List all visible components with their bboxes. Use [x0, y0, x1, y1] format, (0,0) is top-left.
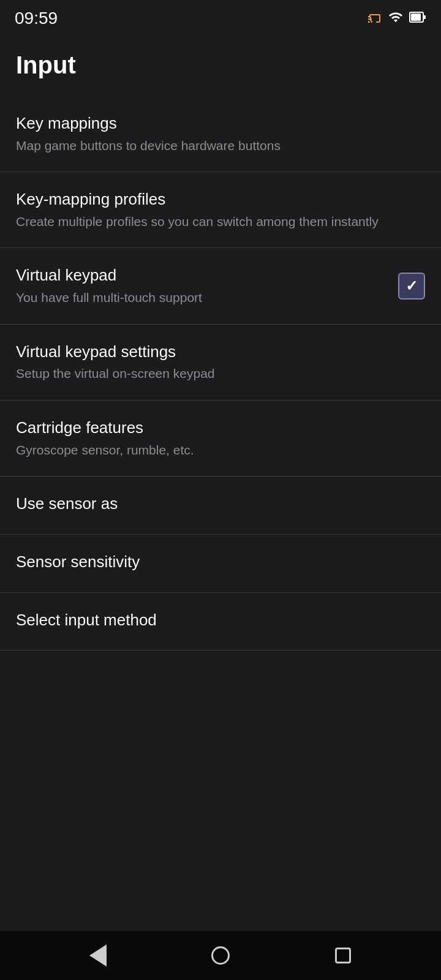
settings-item-virtual-keypad-content: Virtual keypad You have full multi-touch…: [16, 265, 398, 306]
battery-icon: [409, 10, 426, 28]
settings-item-sensor-sensitivity[interactable]: Sensor sensitivity: [0, 535, 441, 593]
nav-bar: [0, 931, 441, 980]
settings-item-key-mappings-content: Key mappings Map game buttons to device …: [16, 113, 425, 154]
nav-home-button[interactable]: [202, 937, 239, 974]
settings-item-key-mappings-subtitle: Map game buttons to device hardware butt…: [16, 137, 415, 154]
settings-item-use-sensor-as-title: Use sensor as: [16, 494, 415, 514]
settings-item-virtual-keypad-settings[interactable]: Virtual keypad settings Setup the virtua…: [0, 325, 441, 401]
settings-item-key-mapping-profiles-title: Key-mapping profiles: [16, 189, 415, 210]
settings-item-cartridge-features-subtitle: Gyroscope sensor, rumble, etc.: [16, 441, 415, 459]
settings-item-key-mapping-profiles[interactable]: Key-mapping profiles Create multiple pro…: [0, 172, 441, 248]
status-icons: [368, 10, 426, 28]
nav-recents-button[interactable]: [325, 937, 361, 974]
settings-item-sensor-sensitivity-content: Sensor sensitivity: [16, 552, 425, 575]
status-bar: 09:59: [0, 0, 441, 34]
settings-item-key-mappings[interactable]: Key mappings Map game buttons to device …: [0, 96, 441, 172]
nav-back-button[interactable]: [80, 937, 116, 974]
virtual-keypad-checkbox[interactable]: [398, 273, 425, 300]
page-title: Input: [0, 34, 441, 96]
settings-item-cartridge-features-title: Cartridge features: [16, 418, 415, 439]
status-time: 09:59: [15, 9, 58, 28]
settings-item-cartridge-features[interactable]: Cartridge features Gyroscope sensor, rum…: [0, 401, 441, 477]
settings-item-virtual-keypad-settings-subtitle: Setup the virtual on-screen keypad: [16, 364, 415, 382]
wifi-icon: [388, 10, 403, 28]
nav-recents-icon: [335, 948, 351, 963]
settings-item-virtual-keypad[interactable]: Virtual keypad You have full multi-touch…: [0, 248, 441, 324]
settings-item-select-input-method[interactable]: Select input method: [0, 593, 441, 651]
settings-item-use-sensor-as[interactable]: Use sensor as: [0, 477, 441, 535]
content-spacer: [0, 686, 441, 931]
svg-rect-1: [423, 15, 426, 19]
settings-item-key-mappings-title: Key mappings: [16, 113, 415, 134]
settings-item-key-mapping-profiles-subtitle: Create multiple profiles so you can swit…: [16, 213, 415, 230]
settings-item-virtual-keypad-subtitle: You have full multi-touch support: [16, 288, 388, 306]
settings-list: Key mappings Map game buttons to device …: [0, 96, 441, 686]
settings-item-virtual-keypad-settings-content: Virtual keypad settings Setup the virtua…: [16, 342, 425, 383]
settings-item-select-input-method-content: Select input method: [16, 610, 425, 633]
settings-item-use-sensor-as-content: Use sensor as: [16, 494, 425, 517]
svg-rect-2: [411, 13, 421, 21]
nav-back-icon: [89, 944, 107, 967]
settings-item-virtual-keypad-title: Virtual keypad: [16, 265, 388, 286]
settings-item-virtual-keypad-settings-title: Virtual keypad settings: [16, 342, 415, 363]
settings-item-sensor-sensitivity-title: Sensor sensitivity: [16, 552, 415, 573]
settings-item-key-mapping-profiles-content: Key-mapping profiles Create multiple pro…: [16, 189, 425, 230]
cast-icon: [368, 10, 382, 28]
settings-item-select-input-method-title: Select input method: [16, 610, 415, 631]
nav-home-icon: [211, 946, 230, 965]
settings-item-cartridge-features-content: Cartridge features Gyroscope sensor, rum…: [16, 418, 425, 459]
